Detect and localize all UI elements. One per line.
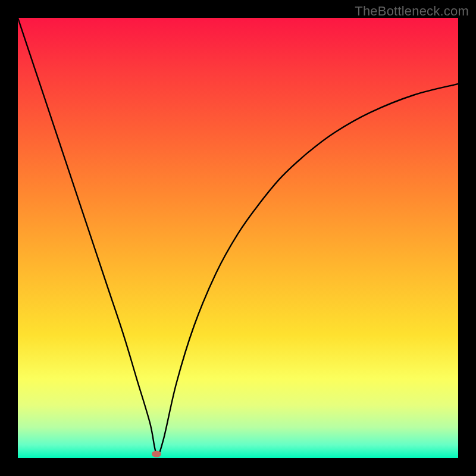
watermark-text: TheBottleneck.com: [355, 4, 469, 19]
optimum-marker: [152, 450, 161, 457]
bottleneck-curve: [18, 18, 458, 455]
chart-frame: TheBottleneck.com: [0, 0, 476, 476]
curve-svg: [18, 18, 458, 458]
plot-area: [18, 18, 458, 458]
